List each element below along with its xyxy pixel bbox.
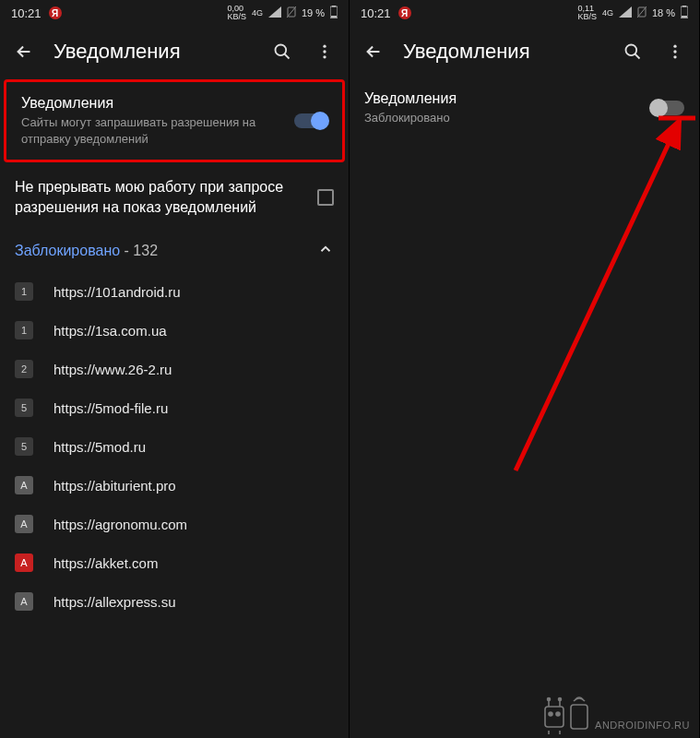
overflow-menu-button[interactable] xyxy=(312,39,338,65)
statusbar: 10:21 Я 0,11KB/S 4G 18 % xyxy=(350,0,699,26)
status-time: 10:21 xyxy=(361,6,391,20)
yandex-icon: Я xyxy=(49,6,62,19)
notifications-switch[interactable] xyxy=(651,101,684,115)
svg-point-8 xyxy=(323,50,326,53)
site-row[interactable]: 1https://101android.ru xyxy=(0,272,349,311)
data-rate: 0,00KB/S xyxy=(227,5,246,21)
site-favicon: 1 xyxy=(15,321,33,339)
highlight-annotation: Уведомления Сайты могут запрашивать разр… xyxy=(4,79,345,162)
watermark: ANDROIDINFO.RU xyxy=(541,694,690,731)
svg-rect-29 xyxy=(571,705,587,729)
blocked-section-header[interactable]: Заблокировано - 132 xyxy=(0,230,349,272)
page-title: Уведомления xyxy=(53,40,253,64)
svg-point-26 xyxy=(548,698,551,701)
chevron-up-icon xyxy=(317,241,334,261)
svg-point-28 xyxy=(559,698,562,701)
search-button[interactable] xyxy=(620,39,646,65)
appbar: Уведомления xyxy=(350,26,699,77)
svg-point-18 xyxy=(673,50,676,53)
blocked-sites-list: 1https://101android.ru1https://1sa.com.u… xyxy=(0,272,349,621)
signal-icon xyxy=(268,6,281,19)
site-favicon: 1 xyxy=(15,282,33,301)
site-url: https://allexpress.su xyxy=(53,594,176,610)
notifications-title: Уведомления xyxy=(21,95,283,112)
site-url: https://5mod.ru xyxy=(53,439,146,455)
svg-line-6 xyxy=(285,54,290,59)
svg-point-19 xyxy=(673,55,676,58)
site-favicon: 5 xyxy=(15,437,33,456)
notifications-title: Уведомления xyxy=(364,90,640,107)
site-favicon: A xyxy=(15,592,33,611)
site-url: https://akket.com xyxy=(53,555,158,571)
yandex-icon: Я xyxy=(398,6,411,19)
site-row[interactable]: Ahttps://agronomu.com xyxy=(0,505,349,543)
overflow-menu-button[interactable] xyxy=(662,39,688,65)
network-icon: 4G xyxy=(602,9,613,18)
site-row[interactable]: 2https://www.26-2.ru xyxy=(0,350,349,388)
svg-point-9 xyxy=(323,55,326,58)
svg-rect-14 xyxy=(682,16,687,18)
status-right: 0,11KB/S 4G 18 % xyxy=(577,5,688,21)
svg-rect-22 xyxy=(545,707,564,727)
site-row[interactable]: 5https://5mod.ru xyxy=(0,427,349,466)
site-url: https://101android.ru xyxy=(53,284,181,300)
notifications-toggle-row[interactable]: Уведомления Сайты могут запрашивать разр… xyxy=(6,82,342,160)
site-url: https://5mod-file.ru xyxy=(53,400,168,416)
site-url: https://1sa.com.ua xyxy=(53,323,167,339)
site-favicon: 5 xyxy=(15,399,33,417)
quiet-checkbox[interactable] xyxy=(317,189,334,206)
site-favicon: 2 xyxy=(15,360,33,378)
battery-icon xyxy=(681,6,688,20)
svg-rect-4 xyxy=(331,16,337,18)
svg-point-15 xyxy=(626,45,637,56)
site-row[interactable]: Ahttps://akket.com xyxy=(0,543,349,582)
appbar: Уведомления xyxy=(0,26,349,77)
svg-point-7 xyxy=(323,45,326,48)
svg-point-24 xyxy=(556,712,560,716)
notifications-switch[interactable] xyxy=(294,113,327,128)
quiet-notifications-row[interactable]: Не прерывать мою работу при запросе разр… xyxy=(0,164,349,230)
search-button[interactable] xyxy=(269,39,295,65)
status-right: 0,00KB/S 4G 19 % xyxy=(227,5,338,21)
svg-point-17 xyxy=(673,45,676,48)
notifications-toggle-row[interactable]: Уведомления Заблокировано xyxy=(350,77,699,139)
site-favicon: A xyxy=(15,476,33,494)
watermark-text: ANDROIDINFO.RU xyxy=(595,720,690,731)
quiet-label: Не прерывать мою работу при запросе разр… xyxy=(15,177,306,217)
network-icon: 4G xyxy=(252,9,263,18)
svg-point-23 xyxy=(549,712,552,716)
svg-rect-3 xyxy=(332,6,336,7)
back-button[interactable] xyxy=(361,39,386,65)
blocked-count: 132 xyxy=(133,243,158,259)
svg-rect-13 xyxy=(682,6,686,7)
site-row[interactable]: 5https://5mod-file.ru xyxy=(0,388,349,427)
battery-pct: 18 % xyxy=(652,7,675,18)
status-time: 10:21 xyxy=(11,6,42,20)
back-button[interactable] xyxy=(11,39,37,65)
notifications-subtitle: Заблокировано xyxy=(364,110,640,126)
svg-line-20 xyxy=(516,120,680,470)
phone-right: 10:21 Я 0,11KB/S 4G 18 % Уведомления xyxy=(350,0,699,738)
notifications-subtitle: Сайты могут запрашивать разрешения на от… xyxy=(21,114,283,147)
site-favicon: A xyxy=(15,554,33,572)
site-row[interactable]: Ahttps://allexpress.su xyxy=(0,582,349,621)
site-url: https://agronomu.com xyxy=(53,517,187,532)
site-url: https://www.26-2.ru xyxy=(53,362,172,377)
phone-left: 10:21 Я 0,00KB/S 4G 19 % Уведомления xyxy=(0,0,350,738)
battery-pct: 19 % xyxy=(302,7,325,18)
arrow-annotation xyxy=(479,101,699,489)
signal-icon xyxy=(619,6,632,19)
statusbar: 10:21 Я 0,00KB/S 4G 19 % xyxy=(0,0,349,26)
site-favicon: A xyxy=(15,515,33,533)
no-sim-icon xyxy=(287,6,296,19)
svg-line-16 xyxy=(635,54,640,59)
svg-point-5 xyxy=(276,45,287,56)
site-row[interactable]: 1https://1sa.com.ua xyxy=(0,311,349,350)
data-rate: 0,11KB/S xyxy=(577,5,597,21)
blocked-label: Заблокировано xyxy=(15,243,120,259)
site-row[interactable]: Ahttps://abiturient.pro xyxy=(0,466,349,505)
site-url: https://abiturient.pro xyxy=(53,478,176,494)
logo-icon xyxy=(541,694,587,731)
no-sim-icon xyxy=(637,6,647,19)
battery-icon xyxy=(330,6,338,20)
